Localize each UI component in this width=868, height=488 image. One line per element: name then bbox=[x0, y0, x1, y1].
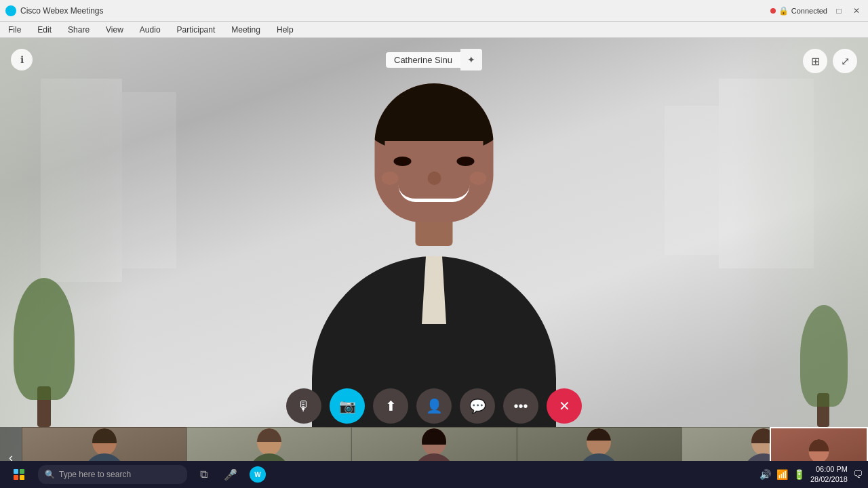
network-tray-icon[interactable]: 🔊 bbox=[760, 469, 771, 480]
menu-audio[interactable]: Audio bbox=[137, 24, 163, 36]
clock-time: 06:00 PM bbox=[810, 464, 848, 474]
webex-icon-text: W bbox=[254, 471, 260, 479]
participants-icon: 👤 bbox=[426, 398, 443, 414]
more-options-button[interactable]: ••• bbox=[503, 388, 538, 424]
more-icon: ••• bbox=[513, 399, 528, 414]
nose bbox=[427, 171, 441, 185]
self-head bbox=[809, 439, 829, 463]
close-button[interactable]: ✕ bbox=[850, 5, 863, 17]
smile bbox=[399, 185, 470, 202]
minimize-button[interactable]: ─ bbox=[815, 5, 827, 17]
start-button[interactable] bbox=[5, 461, 33, 488]
chat-button[interactable]: 💬 bbox=[460, 388, 495, 424]
title-bar: Cisco Webex Meetings 🔒 Connected ─ □ ✕ bbox=[0, 0, 868, 22]
cheek-right bbox=[470, 171, 487, 185]
info-button[interactable]: ℹ bbox=[11, 49, 33, 70]
battery-tray-icon[interactable]: 🔋 bbox=[793, 469, 805, 480]
task-view-icon: ⧉ bbox=[200, 468, 208, 481]
mute-button[interactable]: 🎙 bbox=[286, 388, 321, 424]
pin-speaker-button[interactable]: ✦ bbox=[460, 49, 482, 70]
mic-taskbar-button[interactable]: 🎤 bbox=[220, 461, 241, 488]
speaker-label: Catherine Sinu ✦ bbox=[386, 49, 482, 70]
layout-controls: ⊞ ⤢ bbox=[803, 49, 857, 73]
search-icon: 🔍 bbox=[45, 470, 55, 479]
taskbar: 🔍 Type here to search ⧉ 🎤 W 🔊 📶 🔋 06:00 … bbox=[0, 461, 868, 488]
fullscreen-button[interactable]: ⤢ bbox=[833, 49, 857, 73]
control-bar: 🎙 📷 ⬆ 👤 💬 ••• ✕ bbox=[286, 388, 582, 424]
thumb-head-1 bbox=[257, 428, 281, 455]
video-button[interactable]: 📷 bbox=[330, 388, 365, 424]
thumb-head-3 bbox=[587, 428, 611, 455]
main-video-area: ℹ Catherine Sinu ✦ ⊞ ⤢ 🎙 📷 ⬆ 👤 💬 ••• ✕ bbox=[0, 38, 868, 488]
menu-view[interactable]: View bbox=[103, 24, 126, 36]
webex-taskbar-button[interactable]: W bbox=[247, 461, 269, 488]
maximize-button[interactable]: □ bbox=[833, 5, 845, 17]
menu-share[interactable]: Share bbox=[65, 24, 92, 36]
windows-logo-icon bbox=[14, 469, 24, 480]
mic-taskbar-icon: 🎤 bbox=[224, 468, 237, 481]
end-call-button[interactable]: ✕ bbox=[547, 388, 582, 424]
person-head bbox=[375, 83, 494, 222]
eye-left bbox=[394, 157, 412, 166]
chat-icon: 💬 bbox=[469, 398, 486, 414]
taskbar-search[interactable]: 🔍 Type here to search bbox=[38, 465, 187, 484]
eye-right bbox=[457, 157, 475, 166]
participants-button[interactable]: 👤 bbox=[416, 388, 452, 424]
grid-view-button[interactable]: ⊞ bbox=[803, 49, 827, 73]
menu-edit[interactable]: Edit bbox=[35, 24, 54, 36]
window-controls: ─ □ ✕ bbox=[815, 5, 863, 17]
clock-date: 28/02/2018 bbox=[810, 474, 848, 485]
menu-bar: File Edit Share View Audio Participant M… bbox=[0, 22, 868, 38]
thumb-head-0 bbox=[92, 428, 117, 455]
task-view-button[interactable]: ⧉ bbox=[193, 461, 214, 488]
thumb-head-2 bbox=[422, 428, 446, 455]
app-logo: Cisco Webex Meetings bbox=[5, 5, 104, 16]
app-title: Cisco Webex Meetings bbox=[20, 6, 104, 16]
connection-dot bbox=[770, 8, 776, 14]
speaker-name: Catherine Sinu bbox=[386, 52, 460, 68]
menu-participant[interactable]: Participant bbox=[174, 24, 218, 36]
end-icon: ✕ bbox=[559, 398, 570, 414]
share-icon: ⬆ bbox=[385, 398, 397, 414]
mic-icon: 🎙 bbox=[297, 399, 311, 414]
notification-tray-icon[interactable]: 🗨 bbox=[853, 469, 863, 480]
system-tray: 🔊 📶 🔋 06:00 PM 28/02/2018 🗨 bbox=[760, 464, 863, 485]
cheek-left bbox=[382, 171, 399, 185]
webex-icon: W bbox=[250, 466, 266, 483]
lock-icon: 🔒 bbox=[778, 6, 789, 16]
share-button[interactable]: ⬆ bbox=[373, 388, 408, 424]
cisco-icon bbox=[5, 5, 16, 16]
volume-tray-icon[interactable]: 📶 bbox=[776, 469, 788, 480]
menu-meeting[interactable]: Meeting bbox=[229, 24, 263, 36]
clock-area[interactable]: 06:00 PM 28/02/2018 bbox=[810, 464, 848, 485]
search-placeholder: Type here to search bbox=[59, 470, 131, 479]
menu-file[interactable]: File bbox=[5, 24, 24, 36]
menu-help[interactable]: Help bbox=[274, 24, 296, 36]
camera-icon: 📷 bbox=[339, 398, 356, 414]
